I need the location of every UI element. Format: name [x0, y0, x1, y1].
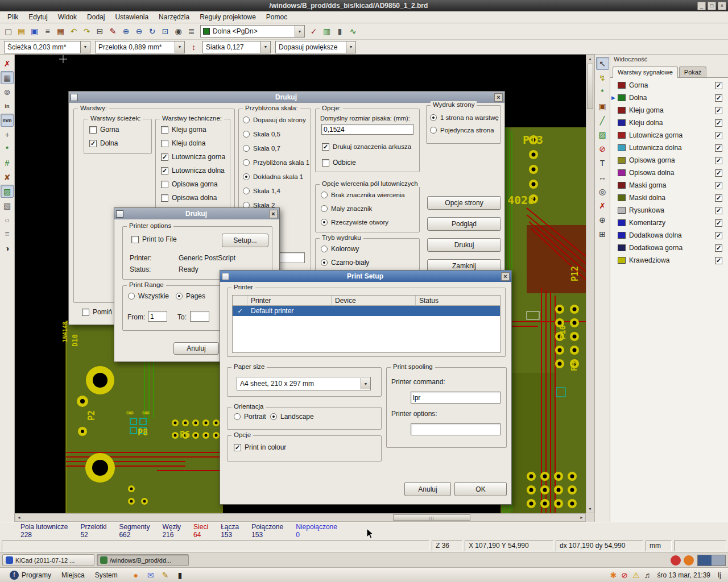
close-icon[interactable] — [269, 210, 278, 218]
close-icon[interactable] — [494, 93, 503, 102]
layer-visibility-checkbox[interactable] — [715, 82, 722, 89]
drc-toggle-icon[interactable]: ✗ — [1, 57, 14, 70]
layer-option[interactable]: Opisowa dolna — [156, 191, 230, 205]
menu-item[interactable]: Ustawienia — [110, 12, 154, 22]
taskbar-window-button[interactable]: KiCad (2011-07-12 ... — [2, 554, 94, 566]
undo-icon[interactable]: ↶ — [67, 25, 80, 38]
portrait-option[interactable]: Portrait — [229, 410, 266, 423]
add-zone-icon[interactable]: ▨ — [596, 128, 609, 141]
radio[interactable] — [430, 114, 437, 121]
print-mode-option[interactable]: Kolorowy — [316, 242, 419, 256]
add-track-icon[interactable]: ╱ — [596, 114, 609, 127]
layer-row[interactable]: Kleju gorna — [610, 104, 728, 117]
layer-row[interactable]: Dodatkowa dolna — [610, 229, 728, 242]
active-layer-select[interactable]: Dolna <PgDn> — [200, 25, 305, 38]
radio[interactable] — [321, 192, 328, 198]
save-board-icon[interactable]: ▣ — [28, 25, 41, 38]
units-mm-icon[interactable]: mm — [1, 114, 14, 127]
chevron-down-icon[interactable] — [80, 41, 90, 53]
layer-visibility-checkbox[interactable] — [715, 107, 722, 114]
track-mode-icon[interactable]: ∿ — [346, 25, 359, 38]
high-contrast-icon[interactable]: ◑ — [1, 242, 14, 255]
radio[interactable] — [321, 219, 328, 226]
radio[interactable] — [128, 293, 135, 300]
radio[interactable] — [321, 259, 328, 266]
layer-visibility-checkbox[interactable] — [715, 257, 722, 264]
checkbox[interactable] — [322, 143, 329, 151]
print-to-file-option[interactable]: Print to File — [126, 232, 177, 246]
pagination-option[interactable]: 1 strona na warstwę — [427, 111, 500, 124]
print-button[interactable]: Drukuj — [427, 238, 501, 252]
ratsnest-general-icon[interactable]: * — [1, 142, 14, 155]
skip-edge-option[interactable]: Pomiń w — [77, 305, 119, 319]
layer-visibility-checkbox[interactable] — [715, 232, 722, 239]
layer-visibility-checkbox[interactable] — [715, 144, 722, 152]
print-icon[interactable]: ⊟ — [93, 25, 106, 38]
zones-show-icon[interactable]: ▨ — [1, 185, 14, 198]
chevron-down-icon[interactable] — [346, 41, 355, 53]
radio[interactable] — [243, 117, 250, 123]
checkbox[interactable] — [161, 194, 168, 202]
grid-origin-icon[interactable]: ⊞ — [596, 227, 609, 240]
redraw-icon[interactable]: ↻ — [146, 25, 159, 38]
zoom-in-icon[interactable]: ⊕ — [119, 25, 133, 38]
layer-manager-icon[interactable]: ▥ — [320, 25, 333, 38]
add-dimension-icon[interactable]: ↔ — [596, 171, 609, 184]
horizontal-scrollbar-thumb[interactable]: ||| — [393, 514, 470, 521]
editor-icon[interactable]: ✎ — [159, 569, 172, 581]
layer-row[interactable]: Lutownicza dolna — [610, 142, 728, 154]
highlight-net-icon[interactable]: ↯ — [596, 71, 609, 84]
radio[interactable] — [430, 127, 437, 134]
layer-color-swatch[interactable] — [618, 82, 626, 89]
redo-icon[interactable]: ↷ — [80, 25, 93, 38]
layer-visibility-checkbox[interactable] — [715, 244, 722, 252]
zoom-out-icon[interactable]: ⊖ — [133, 25, 146, 38]
orange-tray-icon[interactable] — [684, 555, 694, 566]
footprint-mode-icon[interactable]: ▮ — [333, 25, 346, 38]
add-text-icon[interactable]: T — [596, 156, 609, 169]
landscape-option[interactable]: Landscape — [265, 410, 314, 423]
panel-menu[interactable]: Miejsca — [56, 569, 90, 581]
from-input[interactable] — [148, 311, 167, 322]
layer-row[interactable]: Opisowa dolna — [610, 167, 728, 179]
pads-sketch-icon[interactable]: ○ — [1, 213, 14, 226]
scale-option[interactable]: Dokładna skala 1 — [239, 169, 311, 184]
warning-icon[interactable]: ⚠ — [632, 571, 640, 580]
panel-tab[interactable]: Warstwy sygnałowe — [613, 66, 678, 78]
layer-option[interactable]: Lutownicza dolna — [156, 164, 230, 177]
panel-tab[interactable]: Pokaż — [679, 66, 707, 77]
taskbar-window-button[interactable]: /windows/B_prod/dd... — [97, 554, 189, 566]
local-ratsnest-icon[interactable]: * — [596, 85, 609, 98]
print-in-colour-option[interactable]: Print in colour — [229, 440, 286, 454]
tracks-sketch-icon[interactable]: = — [1, 227, 14, 240]
vertical-scrollbar[interactable]: ▲ ▼ — [586, 55, 594, 513]
menu-item[interactable]: Widok — [53, 12, 82, 22]
scroll-down-icon[interactable]: ▼ — [586, 505, 594, 513]
menu-item[interactable]: Plik — [2, 12, 23, 22]
panel-menu[interactable]: System — [90, 569, 123, 581]
checkbox[interactable] — [82, 309, 89, 316]
radio[interactable] — [243, 173, 250, 180]
add-target-icon[interactable]: ◎ — [596, 185, 609, 198]
layer-row[interactable]: Dodatkowa gorna — [610, 242, 728, 254]
ratsnest-module-icon[interactable]: # — [1, 156, 14, 169]
header-cell[interactable]: Device — [332, 296, 416, 305]
radio[interactable] — [243, 159, 250, 166]
layer-visibility-checkbox[interactable] — [715, 94, 722, 102]
keyboard-indicator[interactable]: Ij — [715, 571, 723, 579]
grid-size-select[interactable]: Siatka 0,127 — [202, 41, 271, 53]
scroll-right-icon[interactable]: ► — [578, 514, 585, 521]
radio[interactable] — [234, 413, 241, 420]
layer-color-swatch[interactable] — [618, 182, 626, 189]
chevron-down-icon[interactable] — [175, 41, 184, 53]
layer-visibility-checkbox[interactable] — [715, 169, 722, 177]
cursor-shape-icon[interactable]: + — [1, 128, 14, 141]
layer-option[interactable]: Dolna — [84, 136, 151, 150]
auto-track-width-icon[interactable]: ↕ — [187, 40, 200, 53]
layer-visibility-checkbox[interactable] — [715, 219, 722, 227]
web-browser-icon[interactable]: ● — [130, 569, 142, 581]
menu-item[interactable]: Pomoc — [261, 12, 292, 22]
alert-icon[interactable]: ⊘ — [621, 571, 628, 580]
menu-item[interactable]: Reguły projektowe — [195, 12, 261, 22]
layer-row[interactable]: Opisowa gorna — [610, 154, 728, 167]
